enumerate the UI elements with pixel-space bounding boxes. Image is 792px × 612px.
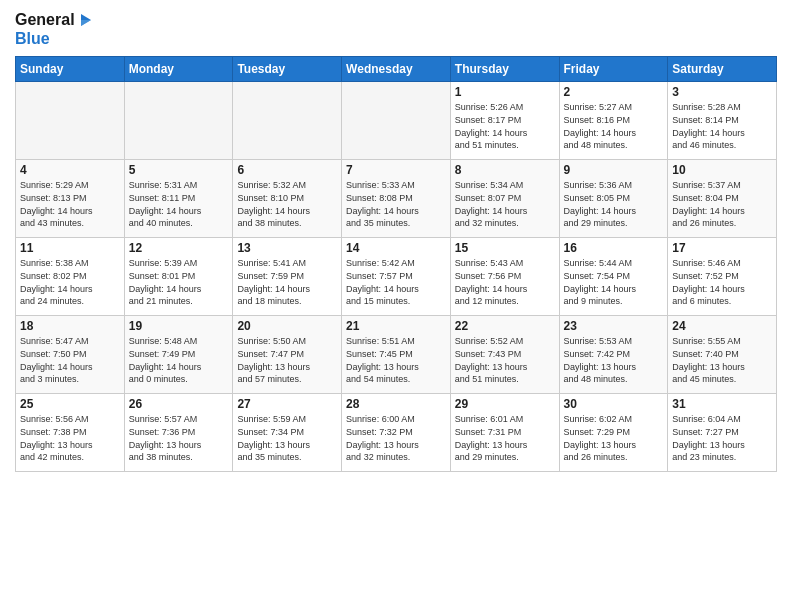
day-info: Sunrise: 5:27 AM Sunset: 8:16 PM Dayligh… xyxy=(564,101,664,151)
table-row: 31Sunrise: 6:04 AM Sunset: 7:27 PM Dayli… xyxy=(668,394,777,472)
table-row: 16Sunrise: 5:44 AM Sunset: 7:54 PM Dayli… xyxy=(559,238,668,316)
day-info: Sunrise: 5:43 AM Sunset: 7:56 PM Dayligh… xyxy=(455,257,555,307)
day-info: Sunrise: 5:55 AM Sunset: 7:40 PM Dayligh… xyxy=(672,335,772,385)
day-number: 7 xyxy=(346,163,446,177)
header-friday: Friday xyxy=(559,57,668,82)
day-info: Sunrise: 5:48 AM Sunset: 7:49 PM Dayligh… xyxy=(129,335,229,385)
table-row xyxy=(342,82,451,160)
day-info: Sunrise: 5:29 AM Sunset: 8:13 PM Dayligh… xyxy=(20,179,120,229)
table-row: 3Sunrise: 5:28 AM Sunset: 8:14 PM Daylig… xyxy=(668,82,777,160)
day-info: Sunrise: 5:38 AM Sunset: 8:02 PM Dayligh… xyxy=(20,257,120,307)
table-row: 30Sunrise: 6:02 AM Sunset: 7:29 PM Dayli… xyxy=(559,394,668,472)
day-info: Sunrise: 5:26 AM Sunset: 8:17 PM Dayligh… xyxy=(455,101,555,151)
table-row: 18Sunrise: 5:47 AM Sunset: 7:50 PM Dayli… xyxy=(16,316,125,394)
logo-blue: Blue xyxy=(15,29,95,48)
day-number: 25 xyxy=(20,397,120,411)
day-number: 13 xyxy=(237,241,337,255)
calendar-page: General Blue Sunday Monday Tuesday Wedne… xyxy=(0,0,792,612)
day-number: 22 xyxy=(455,319,555,333)
day-number: 15 xyxy=(455,241,555,255)
logo-general: General xyxy=(15,10,75,29)
header-wednesday: Wednesday xyxy=(342,57,451,82)
day-number: 17 xyxy=(672,241,772,255)
day-info: Sunrise: 5:36 AM Sunset: 8:05 PM Dayligh… xyxy=(564,179,664,229)
day-number: 1 xyxy=(455,85,555,99)
table-row: 13Sunrise: 5:41 AM Sunset: 7:59 PM Dayli… xyxy=(233,238,342,316)
calendar-week-row: 25Sunrise: 5:56 AM Sunset: 7:38 PM Dayli… xyxy=(16,394,777,472)
day-info: Sunrise: 5:28 AM Sunset: 8:14 PM Dayligh… xyxy=(672,101,772,151)
day-number: 2 xyxy=(564,85,664,99)
day-number: 27 xyxy=(237,397,337,411)
day-info: Sunrise: 5:37 AM Sunset: 8:04 PM Dayligh… xyxy=(672,179,772,229)
calendar-week-row: 11Sunrise: 5:38 AM Sunset: 8:02 PM Dayli… xyxy=(16,238,777,316)
header-monday: Monday xyxy=(124,57,233,82)
table-row xyxy=(233,82,342,160)
svg-marker-1 xyxy=(81,20,91,26)
table-row: 26Sunrise: 5:57 AM Sunset: 7:36 PM Dayli… xyxy=(124,394,233,472)
table-row: 10Sunrise: 5:37 AM Sunset: 8:04 PM Dayli… xyxy=(668,160,777,238)
table-row: 25Sunrise: 5:56 AM Sunset: 7:38 PM Dayli… xyxy=(16,394,125,472)
table-row: 7Sunrise: 5:33 AM Sunset: 8:08 PM Daylig… xyxy=(342,160,451,238)
day-info: Sunrise: 5:41 AM Sunset: 7:59 PM Dayligh… xyxy=(237,257,337,307)
day-number: 14 xyxy=(346,241,446,255)
table-row: 6Sunrise: 5:32 AM Sunset: 8:10 PM Daylig… xyxy=(233,160,342,238)
day-number: 8 xyxy=(455,163,555,177)
day-info: Sunrise: 6:04 AM Sunset: 7:27 PM Dayligh… xyxy=(672,413,772,463)
day-info: Sunrise: 5:51 AM Sunset: 7:45 PM Dayligh… xyxy=(346,335,446,385)
day-number: 10 xyxy=(672,163,772,177)
header: General Blue xyxy=(15,10,777,48)
day-number: 31 xyxy=(672,397,772,411)
header-thursday: Thursday xyxy=(450,57,559,82)
table-row: 19Sunrise: 5:48 AM Sunset: 7:49 PM Dayli… xyxy=(124,316,233,394)
day-number: 19 xyxy=(129,319,229,333)
header-tuesday: Tuesday xyxy=(233,57,342,82)
table-row: 15Sunrise: 5:43 AM Sunset: 7:56 PM Dayli… xyxy=(450,238,559,316)
day-number: 12 xyxy=(129,241,229,255)
table-row: 24Sunrise: 5:55 AM Sunset: 7:40 PM Dayli… xyxy=(668,316,777,394)
day-info: Sunrise: 5:33 AM Sunset: 8:08 PM Dayligh… xyxy=(346,179,446,229)
day-info: Sunrise: 6:01 AM Sunset: 7:31 PM Dayligh… xyxy=(455,413,555,463)
day-number: 9 xyxy=(564,163,664,177)
day-info: Sunrise: 5:46 AM Sunset: 7:52 PM Dayligh… xyxy=(672,257,772,307)
day-number: 20 xyxy=(237,319,337,333)
header-sunday: Sunday xyxy=(16,57,125,82)
day-info: Sunrise: 5:32 AM Sunset: 8:10 PM Dayligh… xyxy=(237,179,337,229)
day-number: 18 xyxy=(20,319,120,333)
day-number: 24 xyxy=(672,319,772,333)
table-row: 22Sunrise: 5:52 AM Sunset: 7:43 PM Dayli… xyxy=(450,316,559,394)
day-number: 4 xyxy=(20,163,120,177)
calendar-week-row: 18Sunrise: 5:47 AM Sunset: 7:50 PM Dayli… xyxy=(16,316,777,394)
day-number: 3 xyxy=(672,85,772,99)
calendar-week-row: 4Sunrise: 5:29 AM Sunset: 8:13 PM Daylig… xyxy=(16,160,777,238)
table-row: 1Sunrise: 5:26 AM Sunset: 8:17 PM Daylig… xyxy=(450,82,559,160)
table-row: 14Sunrise: 5:42 AM Sunset: 7:57 PM Dayli… xyxy=(342,238,451,316)
day-info: Sunrise: 5:53 AM Sunset: 7:42 PM Dayligh… xyxy=(564,335,664,385)
table-row: 2Sunrise: 5:27 AM Sunset: 8:16 PM Daylig… xyxy=(559,82,668,160)
logo-arrow-icon xyxy=(77,11,95,29)
logo: General Blue xyxy=(15,10,95,48)
table-row: 9Sunrise: 5:36 AM Sunset: 8:05 PM Daylig… xyxy=(559,160,668,238)
day-number: 6 xyxy=(237,163,337,177)
table-row: 12Sunrise: 5:39 AM Sunset: 8:01 PM Dayli… xyxy=(124,238,233,316)
table-row: 29Sunrise: 6:01 AM Sunset: 7:31 PM Dayli… xyxy=(450,394,559,472)
table-row: 5Sunrise: 5:31 AM Sunset: 8:11 PM Daylig… xyxy=(124,160,233,238)
header-saturday: Saturday xyxy=(668,57,777,82)
day-info: Sunrise: 5:52 AM Sunset: 7:43 PM Dayligh… xyxy=(455,335,555,385)
calendar-week-row: 1Sunrise: 5:26 AM Sunset: 8:17 PM Daylig… xyxy=(16,82,777,160)
table-row: 11Sunrise: 5:38 AM Sunset: 8:02 PM Dayli… xyxy=(16,238,125,316)
day-number: 28 xyxy=(346,397,446,411)
day-info: Sunrise: 5:57 AM Sunset: 7:36 PM Dayligh… xyxy=(129,413,229,463)
table-row: 4Sunrise: 5:29 AM Sunset: 8:13 PM Daylig… xyxy=(16,160,125,238)
day-number: 30 xyxy=(564,397,664,411)
day-number: 26 xyxy=(129,397,229,411)
table-row: 27Sunrise: 5:59 AM Sunset: 7:34 PM Dayli… xyxy=(233,394,342,472)
table-row: 8Sunrise: 5:34 AM Sunset: 8:07 PM Daylig… xyxy=(450,160,559,238)
day-info: Sunrise: 6:02 AM Sunset: 7:29 PM Dayligh… xyxy=(564,413,664,463)
day-info: Sunrise: 5:50 AM Sunset: 7:47 PM Dayligh… xyxy=(237,335,337,385)
day-number: 29 xyxy=(455,397,555,411)
day-number: 23 xyxy=(564,319,664,333)
day-number: 21 xyxy=(346,319,446,333)
calendar-table: Sunday Monday Tuesday Wednesday Thursday… xyxy=(15,56,777,472)
day-info: Sunrise: 5:42 AM Sunset: 7:57 PM Dayligh… xyxy=(346,257,446,307)
table-row xyxy=(16,82,125,160)
